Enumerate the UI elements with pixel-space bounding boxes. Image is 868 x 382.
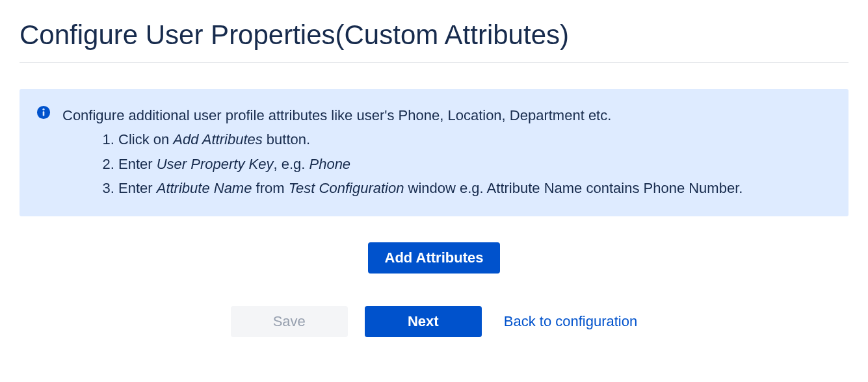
info-steps-list: Click on Add Attributes button. Enter Us… (62, 127, 743, 200)
info-panel: Configure additional user profile attrib… (20, 89, 848, 216)
info-step: Enter Attribute Name from Test Configura… (118, 176, 743, 200)
action-row: Save Next Back to configuration (20, 306, 848, 337)
info-step: Enter User Property Key, e.g. Phone (118, 152, 743, 176)
save-button[interactable]: Save (231, 306, 348, 337)
next-button[interactable]: Next (365, 306, 482, 337)
add-attributes-row: Add Attributes (20, 242, 848, 274)
page-title: Configure User Properties(Custom Attribu… (20, 19, 848, 63)
info-content: Configure additional user profile attrib… (62, 103, 743, 201)
info-lead: Configure additional user profile attrib… (62, 103, 743, 127)
info-icon (36, 105, 51, 122)
add-attributes-button[interactable]: Add Attributes (368, 242, 501, 274)
svg-rect-1 (43, 111, 45, 116)
back-to-configuration-link[interactable]: Back to configuration (504, 313, 637, 330)
svg-point-2 (42, 108, 44, 110)
info-step: Click on Add Attributes button. (118, 127, 743, 151)
